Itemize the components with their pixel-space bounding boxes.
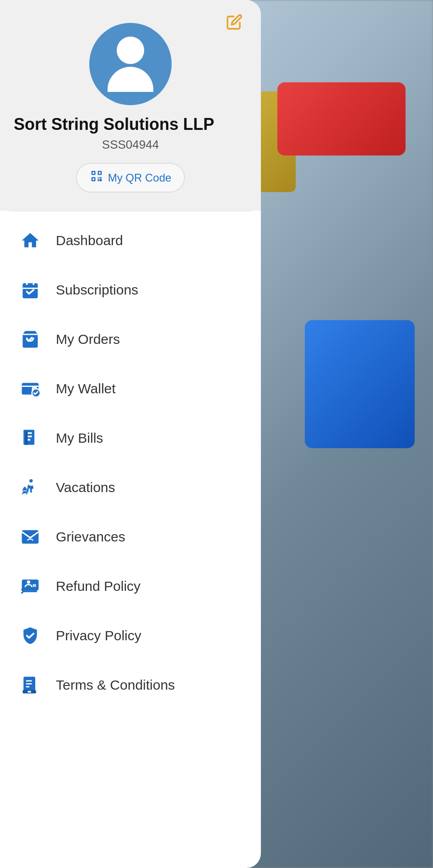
menu-label-vacations: Vacations (56, 480, 115, 495)
menu-item-my-wallet[interactable]: My Wallet (0, 364, 261, 413)
svg-rect-7 (99, 177, 102, 179)
qr-icon (90, 169, 103, 186)
svg-point-28 (22, 493, 23, 494)
menu-item-refund-policy[interactable]: Refund Policy (0, 562, 261, 611)
menu-label-subscriptions: Subscriptions (56, 282, 138, 298)
menu-item-subscriptions[interactable]: Subscriptions (0, 265, 261, 315)
svg-rect-38 (28, 691, 31, 693)
qr-button-label: My QR Code (108, 171, 172, 184)
menu-label-grievances: Grievances (56, 529, 125, 545)
bills-icon (18, 426, 42, 450)
svg-point-32 (27, 580, 30, 584)
svg-point-24 (29, 479, 32, 482)
edit-profile-icon[interactable] (226, 14, 243, 34)
cart-check-icon (18, 327, 42, 351)
avatar-head (117, 37, 144, 64)
svg-rect-19 (23, 430, 34, 445)
side-drawer: Sort String Solutions LLP SSS04944 My QR… (0, 0, 261, 868)
svg-rect-3 (92, 172, 94, 174)
svg-rect-6 (97, 177, 99, 179)
avatar-body (108, 67, 153, 92)
menu-label-refund-policy: Refund Policy (56, 579, 141, 594)
menu-item-vacations[interactable]: Vacations (0, 463, 261, 512)
terms-icon (18, 673, 42, 697)
profile-name: Sort String Solutions LLP (14, 114, 214, 134)
svg-rect-9 (99, 179, 102, 181)
menu-item-terms-conditions[interactable]: Terms & Conditions (0, 660, 261, 710)
svg-point-29 (26, 493, 27, 494)
bg-decoration-red (277, 82, 406, 155)
svg-rect-5 (92, 178, 94, 180)
avatar-icon (108, 37, 153, 92)
grievance-icon (18, 525, 42, 549)
svg-rect-23 (25, 432, 28, 445)
travel-icon (18, 476, 42, 499)
menu-label-my-orders: My Orders (56, 332, 120, 347)
qr-code-button[interactable]: My QR Code (76, 163, 185, 193)
menu-item-my-orders[interactable]: My Orders (0, 315, 261, 364)
privacy-icon (18, 624, 42, 648)
menu-label-my-wallet: My Wallet (56, 381, 116, 396)
menu-item-privacy-policy[interactable]: Privacy Policy (0, 611, 261, 660)
wallet-icon (18, 377, 42, 401)
menu-item-my-bills[interactable]: My Bills (0, 413, 261, 463)
svg-rect-8 (97, 179, 99, 181)
svg-rect-10 (23, 284, 38, 299)
menu-item-dashboard[interactable]: Dashboard (0, 216, 261, 265)
avatar (89, 23, 172, 105)
profile-header: Sort String Solutions LLP SSS04944 My QR… (0, 0, 261, 211)
menu-label-my-bills: My Bills (56, 430, 103, 446)
home-icon (18, 229, 42, 252)
profile-id: SSS04944 (102, 138, 159, 152)
menu-label-terms-conditions: Terms & Conditions (56, 677, 175, 693)
menu-label-dashboard: Dashboard (56, 233, 123, 248)
menu-label-privacy-policy: Privacy Policy (56, 628, 141, 643)
svg-rect-26 (24, 487, 26, 489)
calendar-check-icon (18, 278, 42, 302)
menu-list: Dashboard Subscriptions (0, 211, 261, 868)
menu-item-grievances[interactable]: Grievances (0, 512, 261, 562)
refund-icon (18, 574, 42, 598)
bg-decoration-blue (305, 320, 415, 448)
svg-rect-4 (99, 172, 101, 174)
